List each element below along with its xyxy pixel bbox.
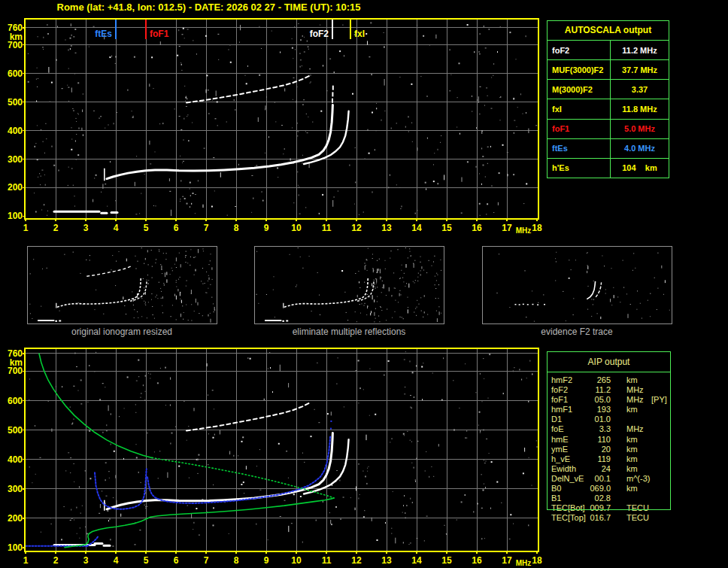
- svg-text:500: 500: [8, 425, 23, 436]
- svg-text:300: 300: [8, 154, 23, 165]
- svg-text:400: 400: [8, 454, 23, 465]
- marker-fxI: fxI: [350, 20, 365, 39]
- svg-text:fxI: fxI: [354, 29, 365, 39]
- parameter-value: 110: [572, 435, 611, 445]
- parameter-unit: km: [626, 375, 638, 385]
- parameter-unit: MHz: [626, 385, 644, 395]
- parameter-value: 01.0: [572, 415, 611, 424]
- parameter-value: 11.2 MHz: [611, 41, 669, 59]
- table-row: B0069.0km: [551, 484, 724, 494]
- parameter-label: D1: [551, 415, 562, 424]
- table-row: TEC[Top]016.7TECU: [551, 513, 724, 523]
- svg-text:6: 6: [174, 223, 179, 233]
- svg-text:200: 200: [8, 182, 23, 193]
- svg-text:12: 12: [351, 555, 362, 566]
- parameter-value: 119: [572, 454, 611, 464]
- table-row: TEC[Bot]009.7TECU: [551, 503, 724, 513]
- parameter-label: ymE: [551, 445, 568, 454]
- svg-text:11: 11: [322, 223, 332, 233]
- svg-text:2: 2: [53, 555, 59, 566]
- svg-text:3: 3: [83, 223, 89, 233]
- svg-text:11: 11: [322, 555, 332, 566]
- autoscala-screen: Rome (lat: +41.8, lon: 012.5) - DATE: 20…: [0, 0, 728, 568]
- parameter-unit: km: [626, 484, 638, 494]
- table-row: hmF2265km: [551, 375, 724, 385]
- svg-text:6: 6: [174, 555, 179, 566]
- svg-text:4: 4: [114, 223, 119, 233]
- table-row: hmF1193km: [551, 405, 724, 415]
- parameter-unit: km: [626, 405, 638, 415]
- parameter-value: 009.7: [572, 503, 611, 513]
- svg-text:ftEs: ftEs: [95, 29, 112, 39]
- svg-text:200: 200: [8, 513, 23, 524]
- parameter-value: 069.0: [572, 484, 611, 494]
- parameter-label: B1: [551, 494, 561, 503]
- svg-text:9: 9: [264, 555, 269, 566]
- axis-labels: 123456789101112131415161718MHz1002003004…: [8, 348, 542, 567]
- svg-text:MHz: MHz: [516, 559, 532, 567]
- svg-text:100: 100: [8, 211, 23, 221]
- grid-lines: [26, 20, 538, 218]
- noise-speckle: [29, 351, 538, 546]
- parameter-value: 193: [572, 405, 611, 415]
- svg-text:13: 13: [381, 555, 392, 566]
- parameter-value: 4.0 MHz: [611, 139, 669, 158]
- table-row: foF105.0MHz[PY]: [551, 395, 724, 405]
- table-row: ymE20km: [551, 445, 724, 454]
- svg-text:8: 8: [234, 223, 239, 233]
- panel-caption: eliminate multiple reflections: [254, 327, 444, 337]
- axis-ticks: [23, 354, 537, 554]
- svg-text:9: 9: [264, 223, 269, 233]
- parameter-unit: TECU: [626, 513, 649, 523]
- parameter-unit: km: [626, 445, 638, 454]
- svg-text:15: 15: [441, 555, 452, 566]
- table-row: ftEs4.0 MHz: [548, 139, 669, 159]
- table-row: DelN_vE00.1m^(-3): [551, 474, 724, 484]
- table-row: h_vE119km: [551, 454, 724, 464]
- svg-text:500: 500: [8, 97, 23, 108]
- table-row: foF211.2MHz: [551, 385, 724, 395]
- svg-text:100: 100: [8, 542, 23, 553]
- table-row: Ewidth24km: [551, 464, 724, 474]
- parameter-label: foF1: [551, 395, 568, 405]
- svg-text:14: 14: [411, 223, 422, 233]
- table-row: D101.0: [551, 415, 724, 424]
- parameter-unit: m^(-3): [626, 474, 650, 484]
- svg-text:16: 16: [472, 555, 482, 566]
- table-row: MUF(3000)F237.7 MHz: [548, 60, 669, 80]
- svg-text:13: 13: [381, 223, 392, 233]
- table-row: foF15.0 MHz: [548, 120, 669, 139]
- parameter-unit: km: [626, 464, 638, 474]
- svg-text:4: 4: [114, 555, 119, 566]
- parameter-note: [PY]: [651, 395, 667, 405]
- parameter-value: 37.7 MHz: [611, 60, 669, 79]
- parameter-unit: MHz: [626, 395, 644, 405]
- grid-lines: [26, 349, 538, 551]
- parameter-label: fxI: [548, 99, 611, 118]
- svg-text:7: 7: [204, 555, 209, 566]
- parameter-value: 11.2: [572, 385, 611, 395]
- svg-text:foF2: foF2: [310, 29, 329, 39]
- parameter-value: 02.8: [572, 494, 611, 503]
- table-row: B102.8: [551, 494, 724, 503]
- svg-text:14: 14: [411, 555, 422, 566]
- svg-text:17: 17: [502, 555, 512, 566]
- parameter-value: 3.37: [611, 80, 669, 99]
- table-row: foE3.3MHz: [551, 424, 724, 434]
- parameter-value: 3.3: [572, 424, 611, 434]
- svg-text:15: 15: [441, 223, 452, 233]
- svg-text:10: 10: [291, 555, 302, 566]
- parameter-unit: km: [626, 454, 638, 464]
- marker-foF2: foF2: [310, 20, 332, 39]
- parameter-label: ftEs: [548, 139, 611, 158]
- autoscala-table-header: AUTOSCALA output: [548, 21, 669, 41]
- plot-border: [25, 19, 538, 219]
- parameter-value: 24: [572, 464, 611, 474]
- svg-text:5: 5: [144, 555, 149, 566]
- parameter-value: 016.7: [572, 513, 611, 523]
- svg-text:17: 17: [502, 223, 512, 233]
- panel-caption: evidence F2 trace: [482, 327, 672, 337]
- plot-border: [25, 348, 538, 551]
- svg-text:2: 2: [53, 223, 59, 233]
- parameter-label: B0: [551, 484, 561, 494]
